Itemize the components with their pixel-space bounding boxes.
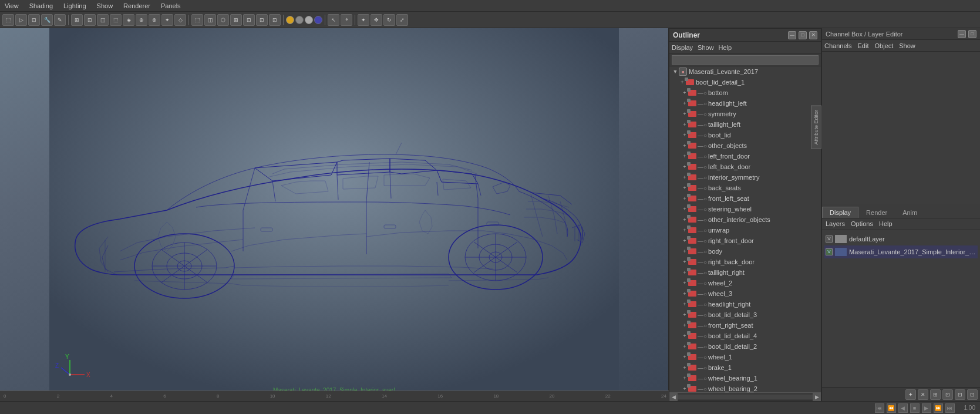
menu-show[interactable]: Show xyxy=(95,2,116,9)
tree-item-headlight_left[interactable]: + —○ headlight_left xyxy=(669,98,821,109)
toolbar-btn-1[interactable]: ⬚ xyxy=(2,14,14,26)
toolbar-btn-20[interactable]: ⊡ xyxy=(256,14,268,26)
layer-tab-display[interactable]: Display xyxy=(822,207,858,218)
toolbar-btn-19[interactable]: ⊡ xyxy=(243,14,255,26)
right-panel-maximize-button[interactable]: □ xyxy=(968,30,976,38)
tree-item-steering_wheel[interactable]: + —○ steering_wheel xyxy=(669,204,821,214)
right-menu-edit[interactable]: Edit xyxy=(857,42,868,49)
stop-button[interactable]: ■ xyxy=(910,403,920,413)
menu-shading[interactable]: Shading xyxy=(27,2,55,9)
tree-item-headlight_right[interactable]: + —○ headlight_right xyxy=(669,299,821,309)
right-menu-show[interactable]: Show xyxy=(899,42,915,49)
step-forward-button[interactable]: ⏩ xyxy=(934,403,943,413)
layer-tool-new[interactable]: ✦ xyxy=(905,389,916,400)
toolbar-btn-4[interactable]: 🔧 xyxy=(41,14,53,26)
layer-tool-delete[interactable]: ✕ xyxy=(918,389,928,400)
play-back-button[interactable]: ⏮ xyxy=(875,403,884,413)
outliner-menu-show[interactable]: Show xyxy=(698,44,714,51)
tree-item-wheel_bearing_1[interactable]: + —○ wheel_bearing_1 xyxy=(669,373,821,383)
tree-item-left_front_door[interactable]: + —○ left_front_door xyxy=(669,151,821,161)
outliner-tree[interactable]: ▼ ■ Maserati_Levante_2017 + boot_lid_det… xyxy=(669,66,821,392)
menu-renderer[interactable]: Renderer xyxy=(121,2,153,9)
toolbar-btn-7[interactable]: ⊡ xyxy=(84,14,96,26)
toolbar-btn-17[interactable]: ⬡ xyxy=(217,14,229,26)
toolbar-btn-3[interactable]: ⊡ xyxy=(28,14,40,26)
tree-item-boot_lid_detail_2[interactable]: + —○ boot_lid_detail_2 xyxy=(669,341,821,352)
toolbar-btn-12[interactable]: ⊗ xyxy=(149,14,160,26)
toolbar-btn-lasso[interactable]: ⌖ xyxy=(341,14,352,26)
layer-tool-opt3[interactable]: ⊡ xyxy=(955,389,965,400)
hscroll-right-button[interactable]: ▶ xyxy=(813,393,821,401)
tree-item-interior_symmetry[interactable]: + —○ interior_symmetry xyxy=(669,172,821,183)
layer-item-default[interactable]: V defaultLayer xyxy=(824,233,978,245)
toolbar-btn-2[interactable]: ▷ xyxy=(15,14,27,26)
toolbar-btn-18[interactable]: ⊞ xyxy=(230,14,242,26)
toolbar-btn-16[interactable]: ◫ xyxy=(204,14,216,26)
tree-item-left_back_door[interactable]: + —○ left_back_door xyxy=(669,161,821,172)
tree-item-boot-lid-detail-1[interactable]: + boot_lid_detail_1 xyxy=(669,77,821,87)
tree-item-right_front_door[interactable]: + —○ right_front_door xyxy=(669,235,821,246)
tree-item-bottom[interactable]: + —○ bottom xyxy=(669,87,821,98)
layer-tab-anim[interactable]: Anim xyxy=(895,207,925,218)
tree-item-front_left_seat[interactable]: + —○ front_left_seat xyxy=(669,193,821,204)
layer-tool-opt2[interactable]: ⊡ xyxy=(942,389,953,400)
tree-item-front_right_seat[interactable]: + —○ front_right_seat xyxy=(669,320,821,331)
outliner-search-input[interactable] xyxy=(672,55,819,65)
menu-view[interactable]: View xyxy=(2,2,21,9)
menu-lighting[interactable]: Lighting xyxy=(61,2,89,9)
toolbar-btn-10[interactable]: ◈ xyxy=(123,14,134,26)
tree-item-unwrap[interactable]: + —○ unwrap xyxy=(669,225,821,235)
layer-submenu-help[interactable]: Help xyxy=(879,220,893,227)
toolbar-btn-move[interactable]: ✥ xyxy=(371,14,382,26)
menu-panels[interactable]: Panels xyxy=(159,2,183,9)
hscroll-left-button[interactable]: ◀ xyxy=(669,393,678,401)
play-reverse-button[interactable]: ◀ xyxy=(898,403,908,413)
timeline-ruler[interactable]: 0 2 4 6 8 10 12 14 16 18 20 22 24 xyxy=(0,391,669,401)
toolbar-btn-scale[interactable]: ⤢ xyxy=(396,14,408,26)
hscroll-track[interactable] xyxy=(678,395,813,399)
tree-item-wheel_1[interactable]: + —○ wheel_1 xyxy=(669,352,821,362)
tree-item-right_back_door[interactable]: + —○ right_back_door xyxy=(669,257,821,267)
tree-item-taillight_right[interactable]: + —○ taillight_right xyxy=(669,267,821,278)
layer-tool-opt4[interactable]: ⊡ xyxy=(967,389,978,400)
toolbar-btn-8[interactable]: ◫ xyxy=(97,14,109,26)
tree-item-root[interactable]: ▼ ■ Maserati_Levante_2017 xyxy=(669,66,821,77)
outliner-maximize-button[interactable]: □ xyxy=(799,31,807,39)
layer-submenu-options[interactable]: Options xyxy=(851,220,873,227)
layer-vis-maserati[interactable]: V xyxy=(826,248,833,255)
step-back-button[interactable]: ⏪ xyxy=(887,403,896,413)
toolbar-btn-rotate[interactable]: ↻ xyxy=(383,14,395,26)
play-forward-button[interactable]: ▶ xyxy=(922,403,931,413)
tree-item-taillight_left[interactable]: + —○ taillight_left xyxy=(669,119,821,130)
tree-item-boot_lid[interactable]: + —○ boot_lid xyxy=(669,130,821,140)
outliner-menu-display[interactable]: Display xyxy=(672,44,693,51)
tree-item-back_seats[interactable]: + —○ back_seats xyxy=(669,183,821,193)
toolbar-btn-5[interactable]: ✎ xyxy=(54,14,66,26)
toolbar-btn-14[interactable]: ◇ xyxy=(174,14,186,26)
play-end-button[interactable]: ⏭ xyxy=(945,403,955,413)
layer-tool-opt1[interactable]: ⊞ xyxy=(930,389,941,400)
outliner-close-button[interactable]: ✕ xyxy=(809,31,817,39)
tree-item-body[interactable]: + —○ body xyxy=(669,246,821,257)
attribute-editor-tab[interactable]: Attribute Editor xyxy=(811,106,821,149)
tree-item-brake_1[interactable]: + —○ brake_1 xyxy=(669,362,821,373)
toolbar-btn-13[interactable]: ✦ xyxy=(161,14,173,26)
layer-vis-default[interactable]: V xyxy=(826,235,833,243)
toolbar-btn-9[interactable]: ⬚ xyxy=(110,14,122,26)
layer-item-maserati[interactable]: V Maserati_Levante_2017_Simple_Interior_… xyxy=(824,245,978,258)
tree-item-wheel_bearing_2[interactable]: + —○ wheel_bearing_2 xyxy=(669,383,821,392)
layer-submenu-layers[interactable]: Layers xyxy=(826,220,845,227)
tree-item-boot_lid_detail_3[interactable]: + —○ boot_lid_detail_3 xyxy=(669,309,821,320)
outliner-minimize-button[interactable]: — xyxy=(788,31,796,39)
right-panel-minimize-button[interactable]: — xyxy=(958,30,966,38)
expand-icon-root[interactable]: ▼ xyxy=(672,68,679,75)
tree-item-other_objects[interactable]: + —○ other_objects xyxy=(669,140,821,151)
toolbar-btn-11[interactable]: ⊕ xyxy=(136,14,147,26)
tree-item-wheel_2[interactable]: + —○ wheel_2 xyxy=(669,278,821,288)
toolbar-btn-21[interactable]: ⊡ xyxy=(269,14,281,26)
right-menu-object[interactable]: Object xyxy=(874,42,893,49)
toolbar-btn-6[interactable]: ⊞ xyxy=(71,14,83,26)
outliner-menu-help[interactable]: Help xyxy=(719,44,732,51)
layer-tab-render[interactable]: Render xyxy=(858,207,895,218)
viewport[interactable]: X Y Z Maserati_Levante_2017_Simple_Inter… xyxy=(0,28,669,401)
